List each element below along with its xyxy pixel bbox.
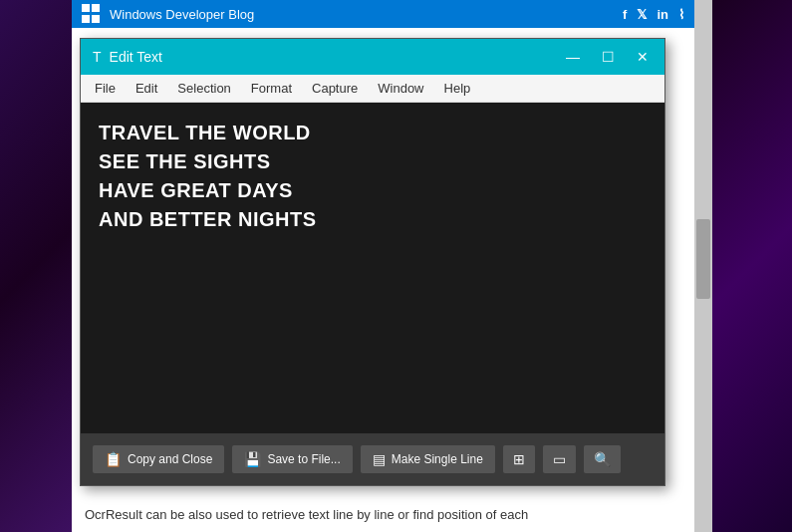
save-icon: 💾	[244, 451, 261, 467]
text-icon: T	[93, 49, 102, 65]
page-body-text: OcrResult can be also used to retrieve t…	[80, 507, 694, 522]
menu-format[interactable]: Format	[241, 78, 302, 99]
save-to-file-button[interactable]: 💾 Save to File...	[232, 445, 352, 473]
menu-selection[interactable]: Selection	[167, 78, 240, 99]
maximize-button[interactable]: ☐	[598, 48, 619, 66]
title-bar-controls: — ☐ ✕	[562, 48, 653, 66]
text-line-3: HAVE GREAT DAYS	[99, 176, 647, 205]
make-single-line-button[interactable]: ▤ Make Single Line	[361, 445, 495, 473]
copy-icon: 📋	[105, 451, 122, 467]
text-line-4: AND BETTER NIGHTS	[99, 205, 647, 234]
title-bar-left: T Edit Text	[93, 49, 162, 65]
close-button[interactable]: ✕	[633, 48, 653, 66]
space-background-left	[0, 0, 72, 532]
page-content: Windows Developer Blog f 𝕏 in ⌇ T Edit T…	[72, 0, 694, 532]
minimize-button[interactable]: —	[562, 48, 584, 66]
blog-title: Windows Developer Blog	[110, 7, 254, 22]
page-text-content: OcrResult can be also used to retrieve t…	[85, 507, 528, 522]
dialog-title-bar: T Edit Text — ☐ ✕	[81, 39, 664, 75]
dialog-title: Edit Text	[110, 49, 162, 65]
social-icons: f 𝕏 in ⌇	[623, 7, 684, 22]
edit-text-dialog: T Edit Text — ☐ ✕ File Edit Selection Fo…	[80, 38, 665, 486]
facebook-icon[interactable]: f	[623, 7, 627, 22]
menu-capture[interactable]: Capture	[302, 78, 368, 99]
menu-edit[interactable]: Edit	[126, 78, 167, 99]
menu-help[interactable]: Help	[434, 78, 481, 99]
copy-close-label: Copy and Close	[128, 452, 212, 466]
text-content-area[interactable]: TRAVEL THE WORLD SEE THE SIGHTS HAVE GRE…	[81, 103, 664, 433]
save-file-label: Save to File...	[267, 452, 340, 466]
bottom-toolbar: 📋 Copy and Close 💾 Save to File... ▤ Mak…	[81, 433, 664, 485]
text-line-1: TRAVEL THE WORLD	[99, 119, 647, 147]
menu-window[interactable]: Window	[368, 78, 433, 99]
top-bar-left: Windows Developer Blog	[82, 4, 254, 24]
space-background-right	[712, 0, 792, 532]
extra-button-1[interactable]: ⊞	[503, 445, 535, 473]
twitter-icon[interactable]: 𝕏	[637, 7, 647, 22]
menu-bar: File Edit Selection Format Capture Windo…	[81, 75, 664, 103]
copy-and-close-button[interactable]: 📋 Copy and Close	[93, 445, 224, 473]
extra-button-2[interactable]: ▭	[543, 445, 576, 473]
page-scrollbar[interactable]	[694, 0, 712, 532]
windows-logo-icon	[82, 4, 102, 24]
rss-icon[interactable]: ⌇	[678, 7, 684, 22]
linkedin-icon[interactable]: in	[657, 7, 668, 22]
menu-file[interactable]: File	[85, 78, 126, 99]
single-line-label: Make Single Line	[392, 452, 483, 466]
top-navigation-bar: Windows Developer Blog f 𝕏 in ⌇	[72, 0, 694, 28]
scrollbar-thumb[interactable]	[696, 219, 710, 299]
single-line-icon: ▤	[373, 451, 386, 467]
text-line-2: SEE THE SIGHTS	[99, 147, 647, 176]
search-button[interactable]: 🔍	[584, 445, 621, 473]
